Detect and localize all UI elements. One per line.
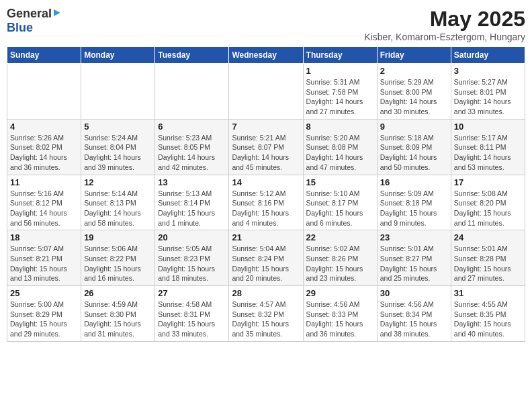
title-area: May 2025 Kisber, Komarom-Esztergom, Hung… <box>364 7 525 42</box>
calendar-cell: 22Sunrise: 5:02 AM Sunset: 8:26 PM Dayli… <box>303 230 377 286</box>
calendar-cell: 24Sunrise: 5:01 AM Sunset: 8:28 PM Dayli… <box>451 230 525 286</box>
calendar-cell: 5Sunrise: 5:24 AM Sunset: 8:04 PM Daylig… <box>81 119 155 175</box>
calendar-cell: 25Sunrise: 5:00 AM Sunset: 8:29 PM Dayli… <box>7 286 81 342</box>
day-info: Sunrise: 5:18 AM Sunset: 8:09 PM Dayligh… <box>380 133 448 173</box>
day-info: Sunrise: 5:26 AM Sunset: 8:02 PM Dayligh… <box>10 133 78 173</box>
calendar-header-tuesday: Tuesday <box>155 47 229 64</box>
day-number: 12 <box>84 177 152 187</box>
calendar-cell: 3Sunrise: 5:27 AM Sunset: 8:01 PM Daylig… <box>451 64 525 120</box>
calendar-cell: 8Sunrise: 5:20 AM Sunset: 8:08 PM Daylig… <box>303 119 377 175</box>
day-info: Sunrise: 5:23 AM Sunset: 8:05 PM Dayligh… <box>158 133 226 173</box>
day-info: Sunrise: 5:04 AM Sunset: 8:24 PM Dayligh… <box>232 244 300 283</box>
calendar-header-wednesday: Wednesday <box>229 47 303 64</box>
day-info: Sunrise: 5:08 AM Sunset: 8:20 PM Dayligh… <box>454 189 522 228</box>
calendar-cell: 13Sunrise: 5:13 AM Sunset: 8:14 PM Dayli… <box>155 175 229 230</box>
calendar-header-thursday: Thursday <box>303 47 377 64</box>
day-info: Sunrise: 4:58 AM Sunset: 8:31 PM Dayligh… <box>158 300 226 339</box>
calendar-cell: 27Sunrise: 4:58 AM Sunset: 8:31 PM Dayli… <box>155 286 229 342</box>
day-info: Sunrise: 5:31 AM Sunset: 7:58 PM Dayligh… <box>306 77 374 117</box>
day-number: 17 <box>454 177 522 187</box>
day-number: 1 <box>306 66 374 76</box>
day-number: 31 <box>454 288 522 298</box>
calendar-cell <box>7 64 81 120</box>
day-number: 18 <box>10 232 78 242</box>
day-info: Sunrise: 5:24 AM Sunset: 8:04 PM Dayligh… <box>84 133 152 173</box>
calendar-cell: 14Sunrise: 5:12 AM Sunset: 8:16 PM Dayli… <box>229 175 303 230</box>
day-info: Sunrise: 5:02 AM Sunset: 8:26 PM Dayligh… <box>306 244 374 283</box>
day-number: 30 <box>380 288 448 298</box>
calendar-header-row: SundayMondayTuesdayWednesdayThursdayFrid… <box>7 47 525 64</box>
day-info: Sunrise: 5:05 AM Sunset: 8:23 PM Dayligh… <box>158 244 226 283</box>
calendar-cell: 10Sunrise: 5:17 AM Sunset: 8:11 PM Dayli… <box>451 119 525 175</box>
page-title: May 2025 <box>364 7 525 32</box>
day-number: 6 <box>158 122 226 132</box>
day-number: 9 <box>380 122 448 132</box>
calendar-header-monday: Monday <box>81 47 155 64</box>
day-info: Sunrise: 5:10 AM Sunset: 8:17 PM Dayligh… <box>306 189 374 228</box>
calendar-cell: 19Sunrise: 5:06 AM Sunset: 8:22 PM Dayli… <box>81 230 155 286</box>
calendar-cell: 18Sunrise: 5:07 AM Sunset: 8:21 PM Dayli… <box>7 230 81 286</box>
day-info: Sunrise: 5:14 AM Sunset: 8:13 PM Dayligh… <box>84 189 152 228</box>
day-number: 5 <box>84 122 152 132</box>
calendar-cell: 1Sunrise: 5:31 AM Sunset: 7:58 PM Daylig… <box>303 64 377 120</box>
calendar-cell: 9Sunrise: 5:18 AM Sunset: 8:09 PM Daylig… <box>377 119 451 175</box>
calendar-week-row-4: 18Sunrise: 5:07 AM Sunset: 8:21 PM Dayli… <box>7 230 525 286</box>
calendar-cell: 7Sunrise: 5:21 AM Sunset: 8:07 PM Daylig… <box>229 119 303 175</box>
day-number: 19 <box>84 232 152 242</box>
day-number: 4 <box>10 122 78 132</box>
calendar-week-row-2: 4Sunrise: 5:26 AM Sunset: 8:02 PM Daylig… <box>7 119 525 175</box>
day-info: Sunrise: 5:01 AM Sunset: 8:27 PM Dayligh… <box>380 244 448 283</box>
day-info: Sunrise: 5:12 AM Sunset: 8:16 PM Dayligh… <box>232 189 300 228</box>
day-info: Sunrise: 5:29 AM Sunset: 8:00 PM Dayligh… <box>380 77 448 117</box>
day-info: Sunrise: 4:59 AM Sunset: 8:30 PM Dayligh… <box>84 300 152 339</box>
calendar-cell: 2Sunrise: 5:29 AM Sunset: 8:00 PM Daylig… <box>377 64 451 120</box>
logo: General Blue <box>7 7 62 35</box>
day-number: 29 <box>306 288 374 298</box>
calendar-cell: 16Sunrise: 5:09 AM Sunset: 8:18 PM Dayli… <box>377 175 451 230</box>
calendar-cell: 31Sunrise: 4:55 AM Sunset: 8:35 PM Dayli… <box>451 286 525 342</box>
day-info: Sunrise: 5:07 AM Sunset: 8:21 PM Dayligh… <box>10 244 78 283</box>
day-number: 21 <box>232 232 300 242</box>
day-number: 15 <box>306 177 374 187</box>
day-number: 2 <box>380 66 448 76</box>
day-info: Sunrise: 4:55 AM Sunset: 8:35 PM Dayligh… <box>454 300 522 339</box>
day-number: 13 <box>158 177 226 187</box>
calendar-week-row-3: 11Sunrise: 5:16 AM Sunset: 8:12 PM Dayli… <box>7 175 525 230</box>
calendar-cell: 11Sunrise: 5:16 AM Sunset: 8:12 PM Dayli… <box>7 175 81 230</box>
day-info: Sunrise: 5:21 AM Sunset: 8:07 PM Dayligh… <box>232 133 300 173</box>
calendar-header-friday: Friday <box>377 47 451 64</box>
calendar-cell: 28Sunrise: 4:57 AM Sunset: 8:32 PM Dayli… <box>229 286 303 342</box>
day-number: 3 <box>454 66 522 76</box>
calendar-cell: 30Sunrise: 4:56 AM Sunset: 8:34 PM Dayli… <box>377 286 451 342</box>
page-subtitle: Kisber, Komarom-Esztergom, Hungary <box>364 32 525 42</box>
day-info: Sunrise: 5:00 AM Sunset: 8:29 PM Dayligh… <box>10 300 78 339</box>
day-info: Sunrise: 5:27 AM Sunset: 8:01 PM Dayligh… <box>454 77 522 117</box>
calendar-cell <box>229 64 303 120</box>
day-info: Sunrise: 5:09 AM Sunset: 8:18 PM Dayligh… <box>380 189 448 228</box>
calendar-week-row-1: 1Sunrise: 5:31 AM Sunset: 7:58 PM Daylig… <box>7 64 525 120</box>
logo-blue: Blue <box>7 21 33 34</box>
day-number: 22 <box>306 232 374 242</box>
day-number: 27 <box>158 288 226 298</box>
day-number: 28 <box>232 288 300 298</box>
calendar-cell: 15Sunrise: 5:10 AM Sunset: 8:17 PM Dayli… <box>303 175 377 230</box>
day-info: Sunrise: 5:06 AM Sunset: 8:22 PM Dayligh… <box>84 244 152 283</box>
day-number: 10 <box>454 122 522 132</box>
calendar-cell <box>81 64 155 120</box>
header: General Blue May 2025 Kisber, Komarom-Es… <box>7 7 525 42</box>
calendar-cell: 21Sunrise: 5:04 AM Sunset: 8:24 PM Dayli… <box>229 230 303 286</box>
day-info: Sunrise: 4:56 AM Sunset: 8:34 PM Dayligh… <box>380 300 448 339</box>
calendar-cell <box>155 64 229 120</box>
calendar-cell: 29Sunrise: 4:56 AM Sunset: 8:33 PM Dayli… <box>303 286 377 342</box>
svg-marker-0 <box>54 9 60 16</box>
day-number: 11 <box>10 177 78 187</box>
calendar-cell: 6Sunrise: 5:23 AM Sunset: 8:05 PM Daylig… <box>155 119 229 175</box>
calendar-cell: 17Sunrise: 5:08 AM Sunset: 8:20 PM Dayli… <box>451 175 525 230</box>
day-number: 14 <box>232 177 300 187</box>
day-info: Sunrise: 5:16 AM Sunset: 8:12 PM Dayligh… <box>10 189 78 228</box>
calendar-cell: 4Sunrise: 5:26 AM Sunset: 8:02 PM Daylig… <box>7 119 81 175</box>
calendar-cell: 26Sunrise: 4:59 AM Sunset: 8:30 PM Dayli… <box>81 286 155 342</box>
calendar-table: SundayMondayTuesdayWednesdayThursdayFrid… <box>7 46 525 342</box>
calendar-week-row-5: 25Sunrise: 5:00 AM Sunset: 8:29 PM Dayli… <box>7 286 525 342</box>
day-number: 23 <box>380 232 448 242</box>
